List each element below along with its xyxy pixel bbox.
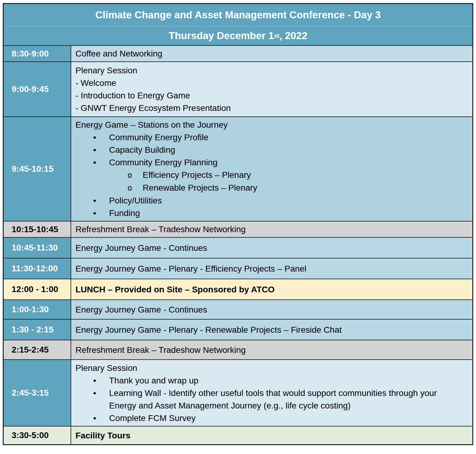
schedule-row: 9:45-10:15 Energy Game – Stations on the… bbox=[4, 116, 472, 221]
session-cell: Plenary Session • Thank you and wrap up … bbox=[71, 360, 472, 426]
bullet-icon: • bbox=[93, 207, 109, 219]
bullet-item: • Funding bbox=[75, 207, 465, 219]
session-line: LUNCH – Provided on Site – Sponsored by … bbox=[75, 283, 465, 296]
bullet-item: • Complete FCM Survey bbox=[75, 412, 465, 424]
bullet-text: Funding bbox=[109, 207, 465, 219]
schedule-row: 1:30 - 2:15 Energy Journey Game - Plenar… bbox=[4, 319, 472, 340]
schedule-table: Climate Change and Asset Management Conf… bbox=[3, 3, 473, 445]
bullet-icon: • bbox=[93, 131, 109, 144]
time-cell: 10:45-11:30 bbox=[4, 238, 71, 258]
time-cell: 9:00-9:45 bbox=[4, 62, 71, 116]
session-cell: Energy Journey Game - Continues bbox=[71, 300, 472, 319]
session-line: Energy Journey Game - Plenary - Efficien… bbox=[75, 262, 465, 275]
session-cell: Energy Journey Game - Continues bbox=[71, 238, 472, 258]
session-line: Energy Journey Game - Continues bbox=[75, 303, 465, 316]
bullet-item: o Efficiency Projects – Plenary bbox=[75, 169, 465, 181]
bullet-text: Efficiency Projects – Plenary bbox=[143, 169, 465, 181]
circle-bullet-icon: o bbox=[127, 169, 143, 181]
session-line: - Introduction to Energy Game bbox=[75, 89, 465, 102]
schedule-row: 2:15-2:45 Refreshment Break – Tradeshow … bbox=[4, 340, 472, 359]
session-title: Plenary Session bbox=[75, 362, 465, 374]
session-title: Energy Game – Stations on the Journey bbox=[75, 119, 465, 131]
session-cell: Coffee and Networking bbox=[71, 46, 472, 61]
schedule-row: 11:30-12:00 Energy Journey Game - Plenar… bbox=[4, 258, 472, 279]
bullet-text: Capacity Building bbox=[109, 144, 465, 156]
bullet-icon: • bbox=[93, 194, 109, 207]
bullet-item: • Capacity Building bbox=[75, 144, 465, 156]
time-cell: 11:30-12:00 bbox=[4, 258, 71, 279]
bullet-item: o Renewable Projects – Plenary bbox=[75, 181, 465, 194]
time-cell: 2:15-2:45 bbox=[4, 340, 71, 359]
session-cell: Plenary Session - Welcome - Introduction… bbox=[71, 62, 472, 116]
schedule-row: 1:00-1:30 Energy Journey Game - Continue… bbox=[4, 299, 472, 319]
session-line: - GNWT Energy Ecosystem Presentation bbox=[75, 102, 465, 114]
circle-bullet-icon: o bbox=[127, 182, 143, 194]
schedule-row: 2:45-3:15 Plenary Session • Thank you an… bbox=[4, 359, 472, 426]
schedule-row: 10:15-10:45 Refreshment Break – Tradesho… bbox=[4, 221, 472, 237]
time-cell: 8:30-9:00 bbox=[4, 46, 71, 61]
time-cell: 1:00-1:30 bbox=[4, 300, 71, 319]
session-line: Energy Journey Game - Continues bbox=[75, 242, 465, 254]
bullet-icon: • bbox=[93, 412, 109, 424]
bullet-icon: • bbox=[93, 144, 109, 156]
conference-title: Climate Change and Asset Management Conf… bbox=[4, 4, 472, 26]
conference-date: Thursday December 1st, 2022 bbox=[4, 26, 472, 45]
session-line: Refreshment Break – Tradeshow Networking bbox=[75, 344, 465, 356]
schedule-row: 9:00-9:45 Plenary Session - Welcome - In… bbox=[4, 61, 472, 116]
session-cell: Facility Tours bbox=[71, 427, 472, 444]
session-cell: Energy Game – Stations on the Journey • … bbox=[71, 117, 472, 221]
bullet-item: • Thank you and wrap up bbox=[75, 374, 465, 387]
bullet-item: • Policy/Utilities bbox=[75, 194, 465, 207]
session-line: Coffee and Networking bbox=[75, 47, 465, 60]
session-line: Energy Journey Game - Plenary - Renewabl… bbox=[75, 324, 465, 336]
session-cell: Refreshment Break – Tradeshow Networking bbox=[71, 222, 472, 237]
bullet-item: • Learning Wall - Identify other useful … bbox=[75, 387, 465, 412]
bullet-icon: • bbox=[93, 387, 109, 399]
session-cell: LUNCH – Provided on Site – Sponsored by … bbox=[71, 279, 472, 299]
table-header: Climate Change and Asset Management Conf… bbox=[4, 4, 472, 45]
bullet-icon: • bbox=[93, 374, 109, 387]
bullet-text: Learning Wall - Identify other useful to… bbox=[109, 387, 465, 412]
session-line: Facility Tours bbox=[75, 429, 465, 442]
bullet-text: Policy/Utilities bbox=[109, 194, 465, 207]
session-line: Plenary Session bbox=[75, 64, 465, 77]
schedule-row: 8:30-9:00 Coffee and Networking bbox=[4, 45, 472, 61]
session-line: Refreshment Break – Tradeshow Networking bbox=[75, 223, 465, 236]
bullet-text: Renewable Projects – Plenary bbox=[143, 181, 465, 194]
bullet-text: Complete FCM Survey bbox=[109, 412, 465, 424]
time-cell: 3:30-5:00 bbox=[4, 427, 71, 444]
session-line: - Welcome bbox=[75, 77, 465, 89]
bullet-item: • Community Energy Profile bbox=[75, 131, 465, 144]
session-cell: Energy Journey Game - Plenary - Renewabl… bbox=[71, 320, 472, 340]
conference-schedule-page: Climate Change and Asset Management Conf… bbox=[0, 0, 476, 454]
schedule-row-facility-tours: 3:30-5:00 Facility Tours bbox=[4, 426, 472, 444]
time-cell: 10:15-10:45 bbox=[4, 222, 71, 237]
bullet-text: Community Energy Planning bbox=[109, 156, 465, 169]
bullet-text: Thank you and wrap up bbox=[109, 374, 465, 387]
time-cell: 9:45-10:15 bbox=[4, 117, 71, 221]
session-cell: Energy Journey Game - Plenary - Efficien… bbox=[71, 258, 472, 279]
bullet-item: • Community Energy Planning bbox=[75, 156, 465, 169]
time-cell: 2:45-3:15 bbox=[4, 360, 71, 426]
schedule-row-lunch: 12:00 - 1:00 LUNCH – Provided on Site – … bbox=[4, 279, 472, 299]
bullet-icon: • bbox=[93, 156, 109, 169]
schedule-row: 10:45-11:30 Energy Journey Game - Contin… bbox=[4, 237, 472, 258]
time-cell: 1:30 - 2:15 bbox=[4, 320, 71, 340]
session-cell: Refreshment Break – Tradeshow Networking bbox=[71, 340, 472, 359]
time-cell: 12:00 - 1:00 bbox=[4, 279, 71, 299]
date-prefix: Thursday December 1 bbox=[169, 30, 274, 42]
date-suffix: , 2022 bbox=[279, 30, 307, 42]
bullet-text: Community Energy Profile bbox=[109, 131, 465, 144]
